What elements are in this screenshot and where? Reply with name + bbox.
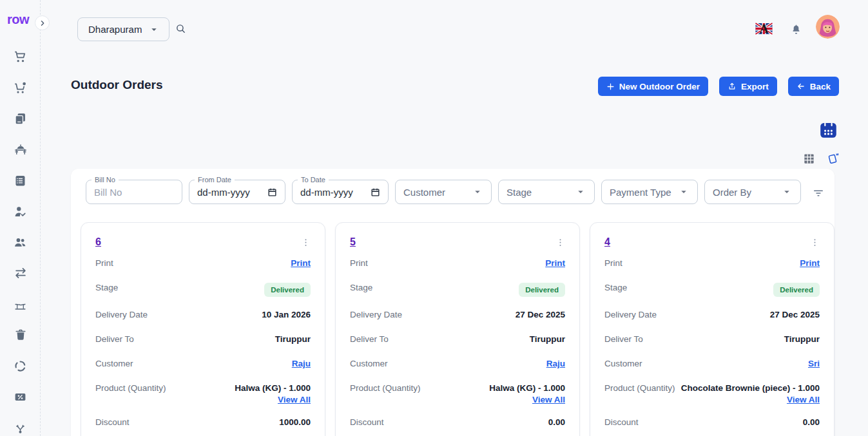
table-view-icon[interactable] — [803, 153, 815, 165]
from-date-field[interactable]: From Date dd-mm-yyyy — [189, 180, 285, 204]
filter-list-icon[interactable] — [812, 187, 825, 200]
sidebar-item-invoices[interactable] — [0, 103, 41, 134]
to-date-field[interactable]: To Date dd-mm-yyyy — [292, 180, 389, 204]
customer-link[interactable]: Raju — [546, 359, 565, 368]
dine-in-icon — [14, 142, 28, 156]
list-card-icon — [14, 174, 27, 187]
delivery-date-value: 27 Dec 2025 — [516, 310, 565, 319]
delivery-date-value: 10 Jan 2026 — [262, 310, 311, 319]
discount-value: 1000.00 — [279, 417, 311, 427]
chevron-down-icon — [575, 186, 586, 198]
order-card: 4 PrintPrint StageDelivered Delivery Dat… — [590, 222, 834, 436]
notifications-bell-icon[interactable] — [791, 23, 802, 35]
calendar-view-icon[interactable] — [818, 120, 838, 140]
page-actions: New Outdoor Order Export Back — [598, 77, 839, 96]
deliver-to-label: Deliver To — [604, 334, 643, 344]
transfer-arrows-icon — [14, 266, 28, 280]
bill-no-field[interactable]: Bill No — [86, 180, 182, 204]
from-date-label: From Date — [195, 176, 235, 184]
user-avatar[interactable] — [816, 15, 840, 39]
back-arrow-icon — [796, 82, 805, 91]
sidebar-item-trash[interactable] — [0, 319, 41, 350]
branch-selector[interactable]: Dharapuram — [77, 17, 169, 41]
product-quantity-label: Product (Quantity) — [350, 383, 421, 393]
customer-link[interactable]: Sri — [808, 359, 820, 368]
cart-icon — [14, 50, 27, 64]
order-by-select-label: Order By — [713, 187, 751, 198]
sidebar-item-customer-approval[interactable] — [0, 196, 41, 227]
discount-value: 0.00 — [803, 417, 820, 427]
payment-type-select[interactable]: Payment Type — [601, 180, 698, 204]
deliver-to-value: Tiruppur — [784, 334, 820, 344]
discount-value: 0.00 — [548, 417, 565, 427]
kebab-menu-icon[interactable] — [555, 236, 565, 247]
deliver-to-label: Deliver To — [95, 334, 134, 344]
language-flag-button[interactable]: A — [755, 21, 773, 36]
sidebar-item-reports[interactable] — [0, 289, 41, 319]
calendar-icon[interactable] — [371, 187, 380, 197]
view-toggle-group — [803, 152, 839, 165]
stage-label: Stage — [350, 283, 372, 292]
order-card: 6 PrintPrint StageDelivered Delivery Dat… — [81, 222, 325, 436]
sidebar-item-celebration[interactable] — [0, 412, 41, 436]
to-date-value: dd-mm-yyyy — [300, 187, 353, 198]
stage-select-label: Stage — [506, 187, 532, 198]
stage-select[interactable]: Stage — [498, 180, 595, 204]
sidebar-item-menu-list[interactable] — [0, 165, 41, 196]
customer-select[interactable]: Customer — [395, 180, 492, 204]
chevron-right-icon — [39, 19, 46, 27]
sidebar-item-purchases[interactable] — [0, 72, 41, 103]
sidebar-item-customers[interactable] — [0, 227, 41, 258]
discount-label: Discount — [95, 417, 130, 427]
delivery-date-label: Delivery Date — [350, 310, 402, 319]
deliver-to-label: Deliver To — [350, 334, 389, 344]
search-icon[interactable] — [175, 23, 186, 34]
bill-no-input[interactable] — [94, 187, 174, 198]
sidebar-item-orders[interactable] — [0, 41, 41, 72]
customer-label: Customer — [604, 359, 642, 368]
view-all-link[interactable]: View All — [787, 395, 820, 404]
calendar-icon[interactable] — [267, 187, 277, 197]
sidebar-nav — [0, 41, 41, 436]
stage-label: Stage — [604, 283, 627, 292]
kebab-menu-icon[interactable] — [301, 236, 311, 247]
sidebar-item-dine-in[interactable] — [0, 134, 41, 165]
print-link[interactable]: Print — [800, 258, 820, 268]
order-by-select[interactable]: Order By — [704, 180, 801, 204]
product-quantity-label: Product (Quantity) — [604, 383, 675, 393]
sidebar: row — [0, 0, 41, 436]
orders-panel: Bill No From Date dd-mm-yyyy To Date dd-… — [71, 169, 834, 436]
order-number-link[interactable]: 6 — [95, 236, 101, 248]
bill-no-label: Bill No — [92, 176, 119, 184]
back-button[interactable]: Back — [788, 77, 839, 96]
sidebar-item-sync[interactable] — [0, 350, 41, 381]
cart-badge-icon — [14, 81, 27, 95]
print-link[interactable]: Print — [291, 258, 311, 268]
people-icon — [14, 236, 27, 249]
view-all-link[interactable]: View All — [532, 395, 565, 404]
discount-ticket-icon — [14, 390, 27, 404]
order-number-link[interactable]: 5 — [350, 236, 356, 248]
order-number-link[interactable]: 4 — [604, 236, 610, 248]
person-check-icon — [14, 205, 27, 218]
app-logo[interactable]: row — [7, 12, 29, 27]
chevron-down-icon — [472, 186, 483, 198]
view-all-link[interactable]: View All — [278, 395, 311, 404]
chevron-down-icon — [781, 186, 793, 198]
from-date-value: dd-mm-yyyy — [197, 187, 250, 198]
discount-label: Discount — [350, 417, 384, 427]
card-view-icon[interactable] — [826, 152, 839, 165]
sidebar-expand-button[interactable] — [35, 15, 50, 30]
export-icon — [728, 82, 737, 91]
page-title: Outdoor Orders — [71, 78, 163, 92]
customer-link[interactable]: Raju — [292, 359, 311, 368]
sidebar-item-discounts[interactable] — [0, 381, 41, 412]
print-link[interactable]: Print — [545, 258, 565, 268]
export-button[interactable]: Export — [719, 77, 777, 96]
plus-icon — [606, 82, 615, 91]
kebab-menu-icon[interactable] — [810, 236, 820, 247]
new-outdoor-order-button[interactable]: New Outdoor Order — [598, 77, 708, 96]
to-date-label: To Date — [298, 176, 329, 184]
sidebar-item-transactions[interactable] — [0, 258, 41, 289]
chevron-down-icon — [148, 24, 160, 35]
